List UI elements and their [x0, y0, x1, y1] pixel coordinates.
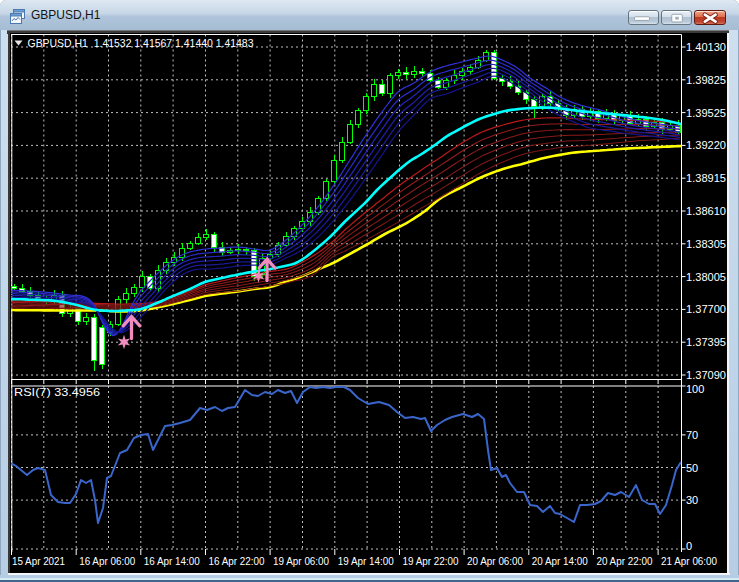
svg-text:1.37700: 1.37700: [686, 303, 726, 315]
svg-text:16 Apr 22:00: 16 Apr 22:00: [209, 555, 265, 567]
svg-text:1.38305: 1.38305: [686, 238, 726, 250]
svg-text:50: 50: [686, 462, 698, 474]
svg-text:20 Apr 22:00: 20 Apr 22:00: [596, 555, 652, 567]
svg-text:1.39220: 1.39220: [686, 139, 726, 151]
svg-text:19 Apr 14:00: 19 Apr 14:00: [338, 555, 394, 567]
svg-text:30: 30: [686, 494, 698, 506]
svg-text:1.37090: 1.37090: [686, 369, 726, 381]
svg-text:16 Apr 14:00: 16 Apr 14:00: [144, 555, 200, 567]
svg-text:100: 100: [686, 383, 704, 395]
svg-text:1.39525: 1.39525: [686, 107, 726, 119]
svg-text:0: 0: [686, 540, 692, 552]
svg-text:19 Apr 22:00: 19 Apr 22:00: [403, 555, 459, 567]
svg-text:16 Apr 06:00: 16 Apr 06:00: [79, 555, 135, 567]
svg-text:1.38915: 1.38915: [686, 172, 726, 184]
svg-text:70: 70: [686, 429, 698, 441]
svg-text:1.38610: 1.38610: [686, 205, 726, 217]
svg-text:1.38005: 1.38005: [686, 271, 726, 283]
svg-text:20 Apr 14:00: 20 Apr 14:00: [532, 555, 588, 567]
svg-text:19 Apr 06:00: 19 Apr 06:00: [273, 555, 329, 567]
svg-text:1.40130: 1.40130: [686, 41, 726, 53]
svg-text:GBPUSD,H1 1.41532 1.41567 1.4: GBPUSD,H1 1.41532 1.41567 1.41440 1.4148…: [28, 37, 254, 49]
svg-text:1.39825: 1.39825: [686, 74, 726, 86]
svg-text:1.37395: 1.37395: [686, 336, 726, 348]
svg-text:20 Apr 06:00: 20 Apr 06:00: [467, 555, 523, 567]
svg-text:21 Apr 06:00: 21 Apr 06:00: [661, 555, 717, 567]
svg-text:RSI(7) 33.4956: RSI(7) 33.4956: [14, 386, 100, 398]
svg-text:15 Apr 2021: 15 Apr 2021: [12, 555, 65, 567]
